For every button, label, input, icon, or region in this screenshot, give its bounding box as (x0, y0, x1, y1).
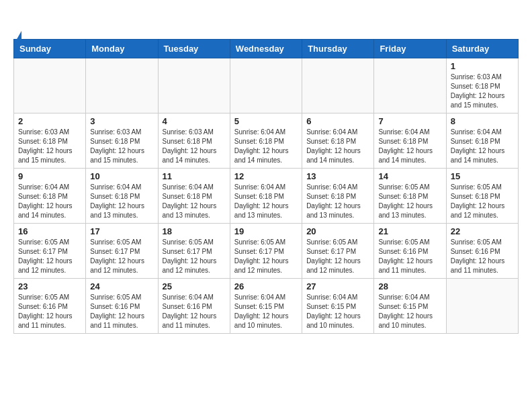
day-number: 27 (306, 281, 369, 291)
day-info: Sunrise: 6:04 AM Sunset: 6:18 PM Dayligh… (378, 128, 441, 165)
day-info: Sunrise: 6:04 AM Sunset: 6:15 PM Dayligh… (234, 293, 298, 330)
day-info: Sunrise: 6:05 AM Sunset: 6:17 PM Dayligh… (234, 238, 298, 275)
day-number: 17 (90, 226, 153, 236)
calendar-cell (230, 58, 302, 113)
day-number: 11 (163, 171, 226, 181)
day-info: Sunrise: 6:03 AM Sunset: 6:18 PM Dayligh… (90, 128, 153, 165)
day-info: Sunrise: 6:04 AM Sunset: 6:15 PM Dayligh… (378, 293, 441, 330)
calendar-cell: 22Sunrise: 6:05 AM Sunset: 6:16 PM Dayli… (446, 224, 518, 279)
weekday-header: Monday (86, 40, 158, 58)
calendar-week-row: 2Sunrise: 6:03 AM Sunset: 6:18 PM Daylig… (14, 113, 519, 169)
weekday-header: Sunday (14, 40, 86, 58)
calendar-cell (158, 58, 230, 113)
day-info: Sunrise: 6:03 AM Sunset: 6:18 PM Dayligh… (451, 73, 514, 110)
day-info: Sunrise: 6:03 AM Sunset: 6:18 PM Dayligh… (163, 128, 226, 165)
day-info: Sunrise: 6:05 AM Sunset: 6:17 PM Dayligh… (306, 238, 369, 275)
day-number: 21 (378, 226, 441, 236)
weekday-header: Wednesday (230, 40, 302, 58)
day-number: 23 (18, 281, 81, 291)
day-number: 14 (378, 171, 441, 181)
calendar-week-row: 16Sunrise: 6:05 AM Sunset: 6:17 PM Dayli… (14, 224, 519, 279)
day-info: Sunrise: 6:05 AM Sunset: 6:16 PM Dayligh… (451, 238, 514, 275)
day-info: Sunrise: 6:04 AM Sunset: 6:18 PM Dayligh… (18, 183, 81, 220)
day-info: Sunrise: 6:05 AM Sunset: 6:16 PM Dayligh… (378, 238, 441, 275)
calendar-cell: 16Sunrise: 6:05 AM Sunset: 6:17 PM Dayli… (14, 224, 86, 279)
day-number: 18 (163, 226, 226, 236)
day-number: 9 (18, 171, 81, 181)
calendar-cell: 24Sunrise: 6:05 AM Sunset: 6:16 PM Dayli… (86, 279, 158, 334)
day-info: Sunrise: 6:04 AM Sunset: 6:18 PM Dayligh… (234, 183, 298, 220)
calendar-cell: 14Sunrise: 6:05 AM Sunset: 6:18 PM Dayli… (374, 169, 446, 224)
day-number: 25 (163, 281, 226, 291)
day-number: 8 (451, 116, 514, 126)
calendar-cell: 18Sunrise: 6:05 AM Sunset: 6:17 PM Dayli… (158, 224, 230, 279)
calendar-cell: 11Sunrise: 6:04 AM Sunset: 6:18 PM Dayli… (158, 169, 230, 224)
day-info: Sunrise: 6:05 AM Sunset: 6:17 PM Dayligh… (163, 238, 226, 275)
logo-arrow-icon (16, 31, 21, 40)
day-number: 10 (90, 171, 153, 181)
calendar-cell: 7Sunrise: 6:04 AM Sunset: 6:18 PM Daylig… (374, 113, 446, 169)
day-number: 7 (378, 116, 441, 126)
day-number: 3 (90, 116, 153, 126)
calendar-header-row: SundayMondayTuesdayWednesdayThursdayFrid… (14, 40, 519, 58)
day-info: Sunrise: 6:05 AM Sunset: 6:18 PM Dayligh… (451, 183, 514, 220)
calendar-cell: 25Sunrise: 6:04 AM Sunset: 6:16 PM Dayli… (158, 279, 230, 334)
day-number: 6 (306, 116, 369, 126)
calendar-cell: 5Sunrise: 6:04 AM Sunset: 6:18 PM Daylig… (230, 113, 302, 169)
calendar-cell: 21Sunrise: 6:05 AM Sunset: 6:16 PM Dayli… (374, 224, 446, 279)
calendar-cell: 1Sunrise: 6:03 AM Sunset: 6:18 PM Daylig… (446, 58, 518, 113)
calendar-cell: 12Sunrise: 6:04 AM Sunset: 6:18 PM Dayli… (230, 169, 302, 224)
calendar-cell (86, 58, 158, 113)
day-info: Sunrise: 6:04 AM Sunset: 6:16 PM Dayligh… (163, 293, 226, 330)
logo-text (15, 15, 21, 42)
calendar-cell: 4Sunrise: 6:03 AM Sunset: 6:18 PM Daylig… (158, 113, 230, 169)
calendar-cell: 9Sunrise: 6:04 AM Sunset: 6:18 PM Daylig… (14, 169, 86, 224)
day-number: 20 (306, 226, 369, 236)
calendar-week-row: 23Sunrise: 6:05 AM Sunset: 6:16 PM Dayli… (14, 279, 519, 334)
day-number: 4 (163, 116, 226, 126)
calendar-cell: 3Sunrise: 6:03 AM Sunset: 6:18 PM Daylig… (86, 113, 158, 169)
day-info: Sunrise: 6:04 AM Sunset: 6:18 PM Dayligh… (90, 183, 153, 220)
calendar-cell: 19Sunrise: 6:05 AM Sunset: 6:17 PM Dayli… (230, 224, 302, 279)
weekday-header: Friday (374, 40, 446, 58)
day-info: Sunrise: 6:05 AM Sunset: 6:17 PM Dayligh… (90, 238, 153, 275)
calendar-cell: 6Sunrise: 6:04 AM Sunset: 6:18 PM Daylig… (302, 113, 374, 169)
calendar-cell (374, 58, 446, 113)
calendar-cell: 15Sunrise: 6:05 AM Sunset: 6:18 PM Dayli… (446, 169, 518, 224)
calendar-cell: 26Sunrise: 6:04 AM Sunset: 6:15 PM Dayli… (230, 279, 302, 334)
day-info: Sunrise: 6:05 AM Sunset: 6:17 PM Dayligh… (18, 238, 81, 275)
day-number: 26 (234, 281, 298, 291)
day-number: 16 (18, 226, 81, 236)
day-number: 22 (451, 226, 514, 236)
day-number: 1 (451, 61, 514, 71)
day-info: Sunrise: 6:03 AM Sunset: 6:18 PM Dayligh… (18, 128, 81, 165)
calendar-cell: 17Sunrise: 6:05 AM Sunset: 6:17 PM Dayli… (86, 224, 158, 279)
day-info: Sunrise: 6:04 AM Sunset: 6:18 PM Dayligh… (306, 128, 369, 165)
calendar-cell: 20Sunrise: 6:05 AM Sunset: 6:17 PM Dayli… (302, 224, 374, 279)
calendar-week-row: 1Sunrise: 6:03 AM Sunset: 6:18 PM Daylig… (14, 58, 519, 113)
day-number: 12 (234, 171, 298, 181)
weekday-header: Saturday (446, 40, 518, 58)
day-number: 2 (18, 116, 81, 126)
day-info: Sunrise: 6:04 AM Sunset: 6:18 PM Dayligh… (234, 128, 298, 165)
day-info: Sunrise: 6:04 AM Sunset: 6:15 PM Dayligh… (306, 293, 369, 330)
day-number: 15 (451, 171, 514, 181)
day-number: 19 (234, 226, 298, 236)
calendar-cell: 23Sunrise: 6:05 AM Sunset: 6:16 PM Dayli… (14, 279, 86, 334)
weekday-header: Thursday (302, 40, 374, 58)
calendar-cell: 27Sunrise: 6:04 AM Sunset: 6:15 PM Dayli… (302, 279, 374, 334)
day-info: Sunrise: 6:05 AM Sunset: 6:18 PM Dayligh… (378, 183, 441, 220)
calendar-cell: 13Sunrise: 6:04 AM Sunset: 6:18 PM Dayli… (302, 169, 374, 224)
day-number: 5 (234, 116, 298, 126)
calendar-table: SundayMondayTuesdayWednesdayThursdayFrid… (13, 39, 519, 334)
day-number: 13 (306, 171, 369, 181)
calendar-cell: 10Sunrise: 6:04 AM Sunset: 6:18 PM Dayli… (86, 169, 158, 224)
calendar-cell: 8Sunrise: 6:04 AM Sunset: 6:18 PM Daylig… (446, 113, 518, 169)
day-info: Sunrise: 6:04 AM Sunset: 6:18 PM Dayligh… (306, 183, 369, 220)
day-info: Sunrise: 6:04 AM Sunset: 6:18 PM Dayligh… (163, 183, 226, 220)
calendar-cell (14, 58, 86, 113)
day-info: Sunrise: 6:05 AM Sunset: 6:16 PM Dayligh… (90, 293, 153, 330)
day-number: 24 (90, 281, 153, 291)
calendar-cell (302, 58, 374, 113)
day-info: Sunrise: 6:05 AM Sunset: 6:16 PM Dayligh… (18, 293, 81, 330)
